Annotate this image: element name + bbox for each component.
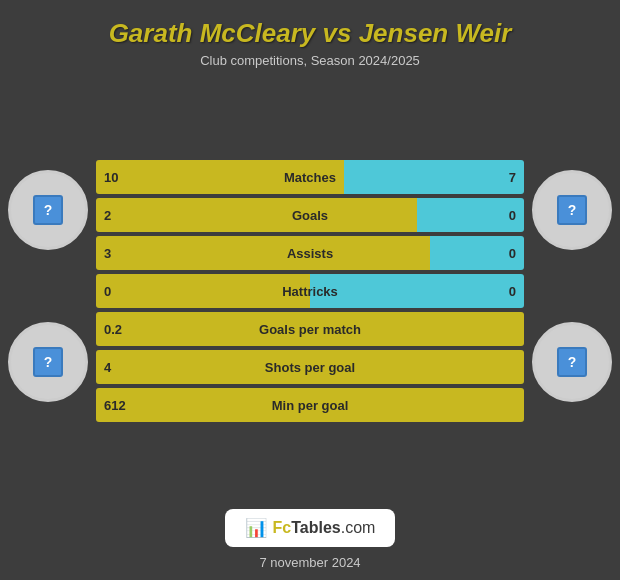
stat-row-goals-per-match: 0.2 Goals per match bbox=[96, 312, 524, 346]
player1-avatar-icon: ? bbox=[33, 195, 63, 225]
logo-fc: Fc bbox=[273, 519, 292, 536]
logo-text: FcTables.com bbox=[273, 519, 376, 537]
player2-avatar-bottom: ? bbox=[532, 322, 612, 402]
hattricks-left-bar bbox=[96, 274, 310, 308]
goals-left-bar bbox=[96, 198, 417, 232]
page-title: Garath McCleary vs Jensen Weir bbox=[109, 18, 512, 49]
assists-label: Assists bbox=[287, 245, 333, 260]
goals-left-val: 2 bbox=[104, 207, 111, 222]
assists-left-bar bbox=[96, 236, 430, 270]
matches-right-bar bbox=[344, 160, 524, 194]
right-avatars: ? ? bbox=[532, 170, 612, 412]
stat-row-goals: 2 Goals 0 bbox=[96, 198, 524, 232]
stat-row-min-per-goal: 612 Min per goal bbox=[96, 388, 524, 422]
goals-right-val: 0 bbox=[509, 207, 516, 222]
gpm-left-val: 0.2 bbox=[104, 321, 122, 336]
player2-avatar-icon2: ? bbox=[557, 347, 587, 377]
logo-com: .com bbox=[341, 519, 376, 536]
stats-area: 10 Matches 7 2 Goals 0 3 Assists 0 bbox=[96, 160, 524, 422]
logo-tables: Tables bbox=[291, 519, 341, 536]
player1-avatar-icon2: ? bbox=[33, 347, 63, 377]
stat-row-matches: 10 Matches 7 bbox=[96, 160, 524, 194]
footer-date: 7 november 2024 bbox=[259, 555, 360, 570]
hattricks-right-val: 0 bbox=[509, 283, 516, 298]
matches-right-val: 7 bbox=[509, 169, 516, 184]
logo-area: 📊 FcTables.com bbox=[225, 509, 396, 547]
spg-label: Shots per goal bbox=[265, 359, 355, 374]
hattricks-left-val: 0 bbox=[104, 283, 111, 298]
stat-row-hattricks: 0 Hattricks 0 bbox=[96, 274, 524, 308]
hattricks-label: Hattricks bbox=[282, 283, 338, 298]
player2-avatar-top: ? bbox=[532, 170, 612, 250]
player1-avatar-bottom: ? bbox=[8, 322, 88, 402]
stat-row-shots-per-goal: 4 Shots per goal bbox=[96, 350, 524, 384]
spg-left-val: 4 bbox=[104, 359, 111, 374]
player1-avatar-top: ? bbox=[8, 170, 88, 250]
matches-label: Matches bbox=[284, 169, 336, 184]
assists-right-val: 0 bbox=[509, 245, 516, 260]
player2-avatar-icon: ? bbox=[557, 195, 587, 225]
gpm-label: Goals per match bbox=[259, 321, 361, 336]
mpg-label: Min per goal bbox=[272, 397, 349, 412]
page-container: Garath McCleary vs Jensen Weir Club comp… bbox=[0, 0, 620, 580]
page-subtitle: Club competitions, Season 2024/2025 bbox=[200, 53, 420, 68]
left-avatars: ? ? bbox=[8, 170, 88, 412]
goals-label: Goals bbox=[292, 207, 328, 222]
matches-left-val: 10 bbox=[104, 169, 118, 184]
main-area: ? ? 10 Matches 7 2 Goals 0 bbox=[0, 78, 620, 503]
logo-icon: 📊 bbox=[245, 517, 267, 539]
stat-row-assists: 3 Assists 0 bbox=[96, 236, 524, 270]
assists-left-val: 3 bbox=[104, 245, 111, 260]
mpg-left-val: 612 bbox=[104, 397, 126, 412]
hattricks-right-bar bbox=[310, 274, 524, 308]
